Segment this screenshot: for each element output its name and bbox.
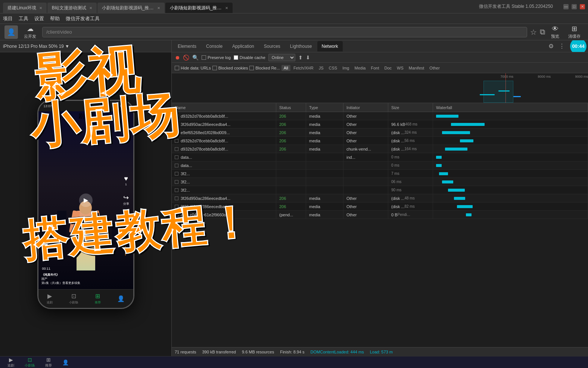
tab-2[interactable]: 小剧场短剧影视源码_推击/社区... ✕ bbox=[97, 3, 165, 13]
settings-icon[interactable]: ⚙ bbox=[545, 43, 557, 50]
preview-button[interactable]: 👁 预览 bbox=[548, 24, 562, 41]
phone-back-button[interactable]: ‹ bbox=[42, 113, 44, 120]
tab-elements[interactable]: Elements bbox=[173, 41, 201, 52]
row-checkbox[interactable] bbox=[175, 139, 178, 143]
filter-doc[interactable]: Doc bbox=[382, 65, 394, 71]
like-action[interactable]: ♥ 1 bbox=[124, 175, 128, 186]
filter-other[interactable]: Other bbox=[427, 65, 442, 71]
filter-media[interactable]: Media bbox=[352, 65, 368, 71]
filter-manifest[interactable]: Manifest bbox=[407, 65, 427, 71]
menu-item-help[interactable]: 帮助 bbox=[50, 15, 60, 22]
filter-ws[interactable]: WS bbox=[395, 65, 406, 71]
maximize-button[interactable]: □ bbox=[572, 4, 577, 9]
td-waterfall bbox=[433, 202, 588, 210]
row-checkbox[interactable] bbox=[175, 164, 178, 167]
table-row[interactable]: 3f26d950ac286eecedba4...206mediaOther96.… bbox=[172, 120, 588, 129]
tab-1[interactable]: B站文漫游动测试 ✕ bbox=[47, 3, 97, 13]
table-row[interactable]: 8b5ac0420fe61e2f9660d...(pend...mediaOth… bbox=[172, 211, 588, 219]
preserve-log-checkbox[interactable]: Preserve log bbox=[202, 55, 231, 60]
more-icon[interactable]: ⋮ bbox=[557, 43, 566, 50]
device-select[interactable]: iPhone 12/13 Pro Max 50% 19 ▼ bbox=[3, 44, 69, 49]
minimize-button[interactable]: — bbox=[563, 4, 569, 9]
filter-img[interactable]: Img bbox=[340, 65, 351, 71]
network-table[interactable]: d932b2d78cebb0a8cb8f...206mediaOther3f26… bbox=[172, 112, 588, 347]
table-row[interactable]: 3f2...06 ms bbox=[172, 178, 588, 186]
td-waterfall bbox=[433, 178, 588, 186]
tab-network[interactable]: Network bbox=[317, 41, 343, 52]
tab-0[interactable]: 搭建Linux环境 ✕ bbox=[3, 3, 47, 13]
export-icon[interactable]: ⬇ bbox=[306, 55, 310, 61]
menu-item-devtools[interactable]: 微信开发者工具 bbox=[66, 15, 100, 22]
row-checkbox[interactable] bbox=[175, 213, 178, 217]
filter-fetch[interactable]: Fetch/XHR bbox=[291, 65, 316, 71]
tab-application[interactable]: Application bbox=[228, 41, 259, 52]
tab-console[interactable]: Console bbox=[202, 41, 227, 52]
row-checkbox[interactable] bbox=[175, 123, 178, 126]
phone-tab-2[interactable]: ⊞ 推荐 bbox=[95, 293, 101, 304]
import-icon[interactable]: ⬆ bbox=[298, 55, 303, 61]
blocked-cookies-checkbox[interactable]: Blocked cookies bbox=[212, 66, 248, 70]
tab-3[interactable]: 小剧场短剧影视源码_推击/社区... ✕ bbox=[165, 3, 233, 13]
table-row[interactable]: d932b2d78cebb0a8cb8f...206mediachunk-ven… bbox=[172, 145, 588, 153]
phone-tab-3[interactable]: 👤 bbox=[117, 295, 125, 302]
filter-all[interactable]: All bbox=[281, 65, 290, 71]
table-row[interactable]: d932b2d78cebb0a8cb8f...206mediaOther(dis… bbox=[172, 137, 588, 145]
row-checkbox[interactable] bbox=[175, 205, 178, 208]
tab-sources[interactable]: Sources bbox=[259, 41, 285, 52]
table-row[interactable]: 3f26d950ac286eecedba4...206mediaOther(di… bbox=[172, 194, 588, 202]
disable-cache-checkbox[interactable]: Disable cache bbox=[234, 55, 265, 60]
table-row[interactable]: data...ind...0 ms bbox=[172, 153, 588, 161]
phone-tab-0[interactable]: ▶ 追剧 bbox=[47, 293, 53, 304]
tab-lighthouse[interactable]: Lighthouse bbox=[286, 41, 317, 52]
blocked-requests-checkbox[interactable]: Blocked Re... bbox=[249, 66, 280, 70]
filter-css[interactable]: CSS bbox=[327, 65, 340, 71]
filter-js[interactable]: JS bbox=[317, 65, 326, 71]
table-row[interactable]: e9ef65268ed1f028bd009...206mediaOther(di… bbox=[172, 129, 588, 137]
close-button[interactable]: ✕ bbox=[580, 4, 585, 9]
menu-item-tools[interactable]: 工具 bbox=[19, 15, 28, 22]
td-initiator: Other bbox=[343, 194, 388, 202]
row-checkbox[interactable] bbox=[175, 197, 178, 200]
row-checkbox[interactable] bbox=[175, 155, 178, 159]
menu-bar: 项目 工具 设置 帮助 微信开发者工具 bbox=[0, 13, 588, 24]
taskbar-item-3[interactable]: 👤 bbox=[58, 359, 73, 366]
filter-icon[interactable]: 🔍 bbox=[192, 55, 199, 61]
menu-item-settings[interactable]: 设置 bbox=[34, 15, 44, 22]
filter-font[interactable]: Font bbox=[368, 65, 381, 71]
table-row[interactable]: 3f2...7 ms bbox=[172, 170, 588, 178]
taskbar-item-2[interactable]: ⊞ 推荐 bbox=[41, 356, 56, 368]
row-checkbox[interactable] bbox=[175, 147, 178, 151]
row-checkbox[interactable] bbox=[175, 114, 178, 118]
play-button[interactable]: ▶ bbox=[79, 194, 93, 207]
table-row[interactable]: data...0 ms bbox=[172, 161, 588, 170]
star-icon[interactable]: ☆ bbox=[530, 28, 537, 37]
tab-close-3[interactable]: ✕ bbox=[225, 6, 228, 10]
taskbar-item-0[interactable]: ▶ 追剧 bbox=[3, 356, 19, 368]
clear-icon[interactable]: 🚫 bbox=[183, 55, 189, 61]
cloud-dev-button[interactable]: ☁ 云开发 bbox=[21, 23, 39, 41]
table-row[interactable]: 3f26d950ac286eecedba4...206mediaOther(di… bbox=[172, 202, 588, 211]
record-icon[interactable]: ⏺ bbox=[175, 55, 180, 61]
row-checkbox[interactable] bbox=[175, 180, 178, 184]
row-checkbox[interactable] bbox=[175, 131, 178, 134]
clean-cache-button[interactable]: ⊞ 清缓存 bbox=[565, 23, 584, 41]
tab-close-0[interactable]: ✕ bbox=[39, 6, 42, 10]
row-checkbox[interactable] bbox=[175, 188, 178, 192]
address-bar[interactable]: /client/video bbox=[42, 27, 527, 37]
bookmark-action[interactable]: 🔖 追剧 bbox=[122, 213, 130, 226]
table-row[interactable]: d932b2d78cebb0a8cb8f...206mediaOther bbox=[172, 112, 588, 120]
hide-data-urls-checkbox[interactable]: Hide data: URLs bbox=[175, 66, 211, 70]
phone-more-button[interactable]: ··· bbox=[125, 114, 130, 120]
td-initiator: Other bbox=[343, 120, 388, 128]
copy-icon[interactable]: ⧉ bbox=[540, 28, 545, 36]
tab-close-1[interactable]: ✕ bbox=[89, 6, 92, 10]
throttle-select[interactable]: Online Fast 3G Slow 3G bbox=[268, 54, 295, 61]
row-checkbox[interactable] bbox=[175, 172, 178, 176]
timeline-selection[interactable] bbox=[483, 81, 513, 103]
table-row[interactable]: 3f2...90 ms bbox=[172, 186, 588, 194]
tab-close-2[interactable]: ✕ bbox=[157, 6, 160, 10]
phone-tab-1[interactable]: ⊡ 小剧场 bbox=[69, 293, 78, 304]
share-action[interactable]: ↪ 分享 bbox=[123, 194, 129, 206]
menu-item-project[interactable]: 项目 bbox=[3, 15, 13, 22]
taskbar-item-1[interactable]: ⊡ 小剧场 bbox=[20, 356, 39, 368]
